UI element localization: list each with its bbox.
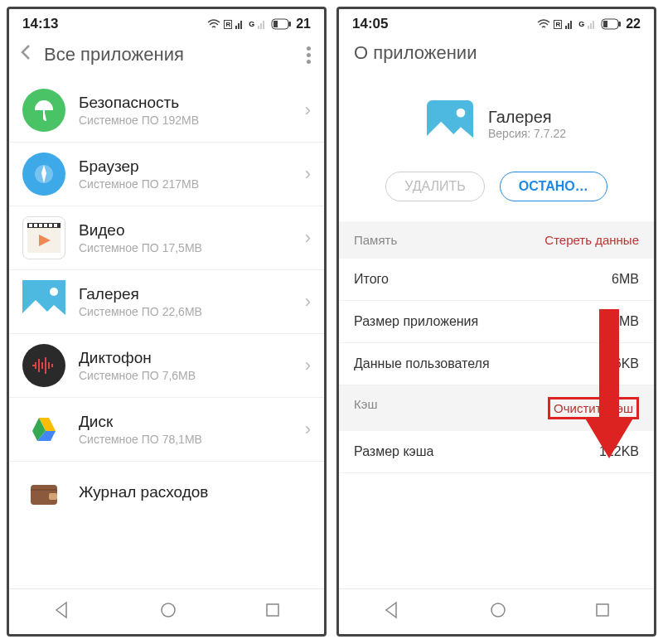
compass-icon — [22, 153, 65, 196]
battery-level: 22 — [626, 17, 641, 31]
nav-back-icon[interactable] — [383, 601, 401, 622]
section-label: Кэш — [354, 397, 377, 419]
nav-bar — [339, 588, 654, 634]
svg-rect-11 — [29, 224, 32, 227]
header: О приложении — [339, 36, 654, 75]
info-label: Размер кэша — [354, 444, 434, 459]
svg-rect-28 — [593, 21, 594, 29]
app-list: Безопасность Системное ПО 192MB › Браузе… — [9, 79, 324, 588]
memory-section-header: Память Стереть данные — [339, 221, 654, 259]
svg-point-21 — [162, 603, 175, 617]
svg-rect-8 — [273, 21, 278, 27]
section-label: Память — [354, 233, 397, 247]
umbrella-icon — [22, 89, 65, 132]
erase-data-action[interactable]: Стереть данные — [544, 233, 639, 247]
app-sub: Системное ПО 217MB — [79, 177, 292, 191]
info-label: Данные пользователя — [354, 356, 490, 371]
svg-rect-26 — [588, 26, 589, 29]
video-icon — [22, 216, 65, 259]
app-row-security[interactable]: Безопасность Системное ПО 192MB › — [9, 79, 324, 143]
nav-recent-icon[interactable] — [595, 603, 610, 621]
svg-rect-14 — [44, 224, 47, 227]
nav-back-icon[interactable] — [53, 601, 71, 622]
app-detail-header: Галерея Версия: 7.7.22 — [339, 75, 654, 163]
status-right: R G 22 — [537, 17, 641, 31]
battery-icon — [601, 18, 622, 30]
app-row-gallery[interactable]: Галерея Системное ПО 22,6MB › — [9, 270, 324, 334]
app-name: Диск — [79, 413, 292, 431]
gallery-icon — [427, 100, 473, 147]
svg-rect-22 — [267, 604, 278, 616]
app-version: Версия: 7.7.22 — [488, 127, 566, 140]
action-buttons: УДАЛИТЬ ОСТАНО… — [339, 163, 654, 221]
app-sub: Системное ПО 192MB — [79, 114, 292, 127]
chevron-right-icon: › — [305, 163, 311, 185]
svg-rect-23 — [565, 26, 567, 29]
wifi-icon — [537, 19, 550, 29]
svg-rect-4 — [260, 23, 262, 29]
nav-home-icon[interactable] — [490, 602, 506, 622]
status-bar: 14:13 R G 21 — [9, 9, 324, 36]
svg-rect-7 — [288, 22, 291, 27]
recorder-icon — [22, 344, 65, 387]
app-row-expenses[interactable]: Журнал расходов — [9, 462, 324, 525]
app-sub: Системное ПО 22,6MB — [79, 305, 292, 318]
svg-rect-20 — [49, 493, 57, 500]
status-right: R G 21 — [207, 17, 311, 31]
back-icon[interactable] — [19, 42, 32, 67]
page-title: Все приложения — [44, 44, 295, 65]
signal2-icon — [588, 19, 598, 29]
svg-rect-16 — [54, 224, 57, 227]
svg-rect-12 — [34, 224, 37, 227]
status-time: 14:13 — [22, 16, 58, 32]
header: Все приложения — [9, 36, 324, 79]
svg-rect-13 — [39, 224, 42, 227]
signal-icon — [235, 19, 245, 29]
signal2-icon — [258, 19, 268, 29]
app-name: Галерея — [79, 285, 292, 303]
app-name: Галерея — [488, 108, 566, 127]
app-sub: Системное ПО 17,5MB — [79, 241, 292, 254]
nav-bar — [9, 588, 324, 634]
svg-rect-1 — [238, 23, 240, 29]
phone-all-apps: 14:13 R G 21 Все приложения Безопасность… — [7, 7, 327, 637]
svg-rect-25 — [570, 21, 572, 29]
app-row-recorder[interactable]: Диктофон Системное ПО 7,6MB › — [9, 334, 324, 398]
phone-app-detail: 14:05 R G 22 О приложении Галерея Версия… — [336, 7, 656, 637]
info-row-total: Итого 6MB — [339, 259, 654, 301]
drive-icon — [22, 408, 65, 451]
svg-point-33 — [457, 109, 466, 118]
svg-rect-2 — [240, 21, 242, 29]
chevron-right-icon: › — [305, 355, 311, 376]
app-name: Диктофон — [79, 349, 292, 367]
nav-home-icon[interactable] — [160, 602, 177, 622]
app-name: Браузер — [79, 157, 292, 176]
page-title: О приложении — [354, 42, 644, 64]
svg-rect-0 — [235, 26, 237, 29]
menu-icon[interactable] — [307, 46, 314, 64]
wallet-icon — [22, 472, 65, 515]
stop-button[interactable]: ОСТАНО… — [500, 172, 607, 201]
info-label: Итого — [354, 272, 389, 287]
delete-button[interactable]: УДАЛИТЬ — [385, 172, 485, 201]
svg-rect-5 — [263, 21, 264, 29]
app-name: Видео — [79, 221, 292, 240]
svg-rect-31 — [603, 21, 607, 27]
svg-point-34 — [491, 603, 505, 617]
chevron-right-icon: › — [305, 99, 311, 121]
app-row-drive[interactable]: Диск Системное ПО 78,1MB › — [9, 398, 324, 462]
info-value: 6MB — [612, 272, 639, 287]
app-name: Журнал расходов — [79, 483, 311, 501]
nav-recent-icon[interactable] — [265, 603, 280, 621]
battery-icon — [271, 18, 293, 30]
app-sub: Системное ПО 7,6MB — [79, 369, 292, 382]
chevron-right-icon: › — [305, 419, 311, 440]
status-bar: 14:05 R G 22 — [339, 9, 654, 36]
app-row-browser[interactable]: Браузер Системное ПО 217MB › — [9, 143, 324, 206]
annotation-arrow-icon — [584, 309, 634, 467]
signal-icon — [565, 19, 575, 29]
svg-rect-30 — [618, 22, 621, 27]
gallery-icon — [22, 280, 65, 323]
svg-rect-3 — [258, 26, 259, 29]
app-row-video[interactable]: Видео Системное ПО 17,5MB › — [9, 206, 324, 270]
